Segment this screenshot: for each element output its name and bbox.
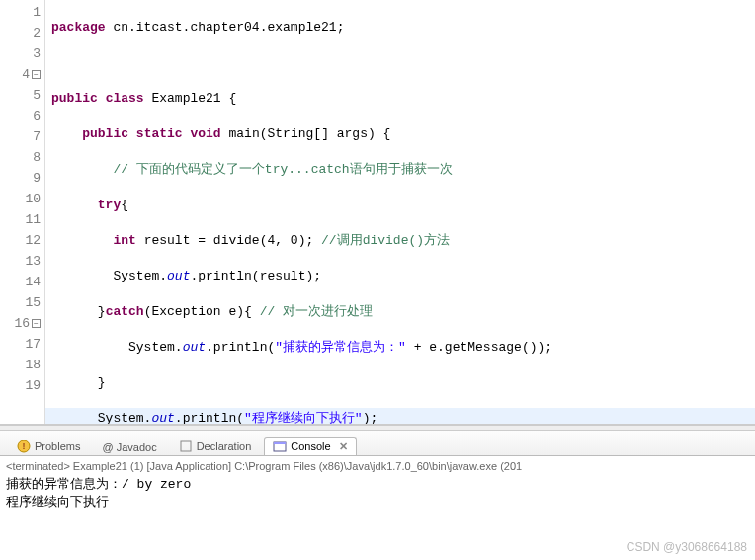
code-line: int result = divide(4, 0); //调用divide()方… xyxy=(45,230,755,251)
gutter-line: 14 xyxy=(0,272,44,292)
code-line-current: System.out.println("程序继续向下执行"); xyxy=(45,408,755,424)
bottom-tabs: ! Problems @ Javadoc Declaration Console… xyxy=(0,431,755,456)
close-icon[interactable]: ✕ xyxy=(335,440,348,453)
gutter-line: 4− xyxy=(0,64,44,85)
code-line: } xyxy=(45,372,755,393)
tab-javadoc[interactable]: @ Javadoc xyxy=(93,439,165,455)
gutter-line: 9 xyxy=(0,168,44,189)
code-editor: 1 2 3 4− 5 6 7 8 9 10 11 12 13 14 15 16−… xyxy=(0,0,755,425)
watermark: CSDN @y3068664188 xyxy=(627,540,747,554)
gutter-line: 13 xyxy=(0,251,44,272)
svg-text:!: ! xyxy=(23,441,26,451)
code-line xyxy=(45,52,755,73)
fold-icon[interactable]: − xyxy=(32,70,41,79)
tab-problems[interactable]: ! Problems xyxy=(8,437,89,455)
tab-console[interactable]: Console ✕ xyxy=(264,437,356,455)
code-line: System.out.println(result); xyxy=(45,266,755,286)
code-content[interactable]: package cn.itcast.chapter04.example21; p… xyxy=(45,0,755,424)
console-output-line: 程序继续向下执行 xyxy=(6,494,749,512)
gutter-line: 3 xyxy=(0,43,44,64)
code-line: package cn.itcast.chapter04.example21; xyxy=(45,17,755,38)
code-line: public static void main(String[] args) { xyxy=(45,123,755,144)
declaration-icon xyxy=(179,440,193,453)
gutter-line: 18 xyxy=(0,355,44,375)
gutter-line: 2 xyxy=(0,23,44,43)
console-panel: <terminated> Example21 (1) [Java Applica… xyxy=(0,456,755,516)
gutter-line: 19 xyxy=(0,375,44,396)
code-line: try{ xyxy=(45,195,755,215)
gutter-line: 8 xyxy=(0,147,44,168)
console-header: <terminated> Example21 (1) [Java Applica… xyxy=(6,460,749,472)
gutter-line: 15 xyxy=(0,292,44,313)
problems-icon: ! xyxy=(17,440,31,453)
line-gutter: 1 2 3 4− 5 6 7 8 9 10 11 12 13 14 15 16−… xyxy=(0,0,45,424)
gutter-line: 7 xyxy=(0,126,44,147)
console-icon xyxy=(273,440,287,453)
gutter-line: 1 xyxy=(0,2,44,23)
gutter-line: 11 xyxy=(0,209,44,230)
gutter-line: 12 xyxy=(0,230,44,251)
fold-icon[interactable]: − xyxy=(32,319,41,328)
gutter-line: 5 xyxy=(0,85,44,106)
code-line: public class Example21 { xyxy=(45,88,755,109)
tab-declaration[interactable]: Declaration xyxy=(170,437,261,455)
gutter-line: 17 xyxy=(0,334,44,355)
gutter-line: 10 xyxy=(0,189,44,209)
gutter-line: 6 xyxy=(0,106,44,126)
code-line: System.out.println("捕获的异常信息为：" + e.getMe… xyxy=(45,337,755,358)
code-line: }catch(Exception e){ // 对一次进行处理 xyxy=(45,301,755,322)
code-line: // 下面的代码定义了一个try...catch语句用于捕获一次 xyxy=(45,159,755,180)
console-output-line: 捕获的异常信息为：/ by zero xyxy=(6,476,749,494)
svg-rect-2 xyxy=(181,441,191,451)
gutter-line: 16− xyxy=(0,313,44,334)
svg-rect-4 xyxy=(274,442,286,444)
